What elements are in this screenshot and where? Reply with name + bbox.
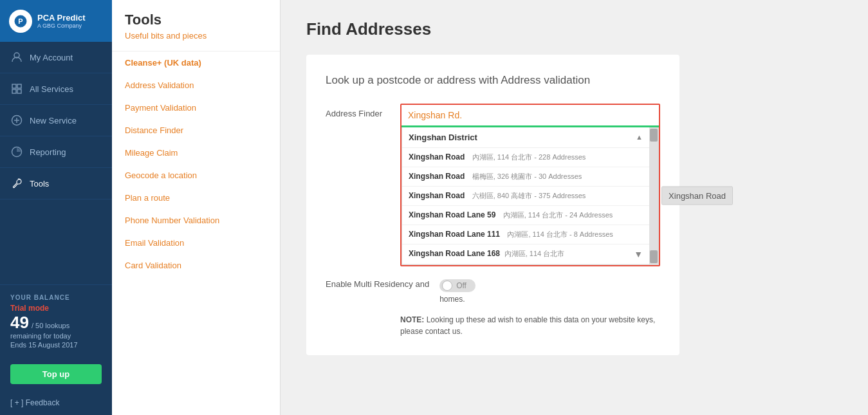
dropdown-item-0-light: 內湖區, 114 台北市 - 228 Addresses: [472, 152, 586, 162]
panel-link-plan-route[interactable]: Plan a route: [112, 187, 280, 209]
panel-link-cleanse[interactable]: Cleanse+ (UK data): [112, 51, 280, 74]
dropdown-item-0-bold: Xingshan Road: [409, 152, 465, 161]
logo-icon: P: [9, 10, 32, 33]
dropdown-item-5-light: 內湖區, 114 台北市: [504, 250, 565, 257]
balance-info-remaining: remaining for today: [10, 332, 102, 340]
panel-link-email-validation[interactable]: Email Validation: [112, 232, 280, 254]
card-heading: Look up a postcode or address with Addre…: [326, 73, 660, 88]
logo-area: P PCA Predict A GBG Company: [0, 0, 112, 42]
chart-icon: [10, 145, 23, 158]
trial-mode-label: Trial mode: [10, 304, 102, 313]
panel-link-card-validation[interactable]: Card Validation: [112, 254, 280, 277]
scroll-thumb-top: [650, 129, 658, 142]
dropdown-item-3-bold: Xingshan Road Lane 59: [409, 210, 495, 219]
dropdown-item-4-bold: Xingshan Road Lane 111: [409, 230, 500, 239]
scroll-down-arrow[interactable]: ▼: [634, 249, 643, 259]
panel-link-geocode[interactable]: Geocode a location: [112, 164, 280, 187]
multi-residency-text: Enable Multi Residency and: [326, 279, 429, 289]
note-content: Looking up these ad wish to enable this …: [400, 315, 655, 336]
toggle-off-button[interactable]: Off: [439, 279, 476, 292]
main-content: Find Addresses Look up a postcode or add…: [281, 0, 868, 415]
note-prefix: NOTE:: [400, 315, 424, 324]
panel-subtitle: Useful bits and pieces: [112, 31, 280, 51]
toggle-circle: [442, 281, 452, 291]
address-finder-container: Xingshan District ▲ Xingshan Road 內湖區, 1…: [400, 104, 660, 266]
topup-button[interactable]: Top up: [10, 364, 102, 384]
address-input[interactable]: [402, 105, 659, 127]
dropdown-header-text: Xingshan District: [409, 133, 477, 142]
dropdown-item-1-light: 楊梅區, 326 桃園市 - 30 Addresses: [472, 172, 582, 181]
tooltip-box: Xingshan Road: [661, 187, 733, 205]
svg-rect-3: [12, 84, 16, 88]
nav-item-account[interactable]: My Account: [0, 42, 112, 73]
nav-item-all-services[interactable]: All Services: [0, 73, 112, 105]
dropdown-item-3[interactable]: Xingshan Road Lane 59 內湖區, 114 台北市 - 24 …: [402, 206, 649, 225]
homes-text: homes.: [439, 295, 476, 304]
person-icon: [10, 51, 23, 64]
balance-title: YOUR BALANCE: [10, 294, 102, 301]
tools-side-panel: Tools Useful bits and pieces Cleanse+ (U…: [112, 0, 281, 415]
panel-link-payment-validation[interactable]: Payment Validation: [112, 97, 280, 119]
nav-label-tools: Tools: [30, 179, 49, 189]
balance-info-lookups: / 50 lookups: [32, 322, 69, 329]
note-text: NOTE: Looking up these ad wish to enable…: [400, 314, 660, 337]
multi-residency-row: Enable Multi Residency and Off homes.: [326, 279, 660, 304]
address-finder-label: Address Finder: [326, 104, 390, 118]
svg-rect-4: [17, 84, 21, 88]
nav-label-new-service: New Service: [30, 116, 77, 125]
page-title: Find Addresses: [306, 19, 842, 39]
nav-label-reporting: Reporting: [30, 147, 66, 157]
balance-count: 49: [10, 314, 29, 331]
dropdown-item-4-light: 內湖區, 114 台北市 - 8 Addresses: [507, 230, 613, 239]
dropdown-item-0[interactable]: Xingshan Road 內湖區, 114 台北市 - 228 Address…: [402, 148, 649, 167]
dropdown-item-4[interactable]: Xingshan Road Lane 111 內湖區, 114 台北市 - 8 …: [402, 225, 649, 244]
multi-residency-label: Enable Multi Residency and: [326, 279, 429, 289]
grid-icon: [10, 82, 23, 95]
balance-info-ends: Ends 15 August 2017: [10, 341, 102, 349]
dropdown-item-5-bold: Xingshan Road Lane 168: [409, 249, 500, 258]
nav-item-new-service[interactable]: New Service: [0, 105, 112, 136]
panel-link-distance-finder[interactable]: Distance Finder: [112, 119, 280, 142]
balance-section: YOUR BALANCE Trial mode 49 / 50 lookups …: [0, 284, 112, 358]
nav-label-account: My Account: [30, 53, 73, 62]
left-navigation: P PCA Predict A GBG Company My Account A…: [0, 0, 112, 415]
scroll-thumb-bottom: [650, 250, 658, 263]
dropdown-header: Xingshan District ▲: [402, 127, 649, 148]
address-finder-row: Address Finder Xingshan District ▲ Xings…: [326, 104, 660, 266]
feedback-link[interactable]: [ + ] Feedback: [0, 391, 112, 415]
panel-link-phone-validation[interactable]: Phone Number Validation: [112, 209, 280, 232]
nav-label-all-services: All Services: [30, 84, 73, 94]
dropdown-item-5[interactable]: Xingshan Road Lane 168 內湖區, 114 台北市 ▼: [402, 244, 649, 264]
nav-item-tools[interactable]: Tools: [0, 168, 112, 199]
dropdown-item-1-bold: Xingshan Road: [409, 172, 465, 181]
scrollbar[interactable]: [649, 127, 658, 264]
dropdown-item-2[interactable]: Xingshan Road 六樹區, 840 高雄市 - 375 Address…: [402, 187, 649, 206]
panel-link-address-validation[interactable]: Address Validation: [112, 74, 280, 97]
svg-rect-6: [17, 89, 21, 93]
logo-text: PCA Predict A GBG Company: [37, 13, 86, 30]
address-input-wrapper: Xingshan District ▲ Xingshan Road 內湖區, 1…: [400, 104, 660, 266]
dropdown-item-3-light: 內湖區, 114 台北市 - 24 Addresses: [503, 210, 613, 220]
dropdown-item-2-bold: Xingshan Road: [409, 191, 465, 200]
dropdown-item-2-light: 六樹區, 840 高雄市 - 375 Addresses: [472, 191, 586, 201]
wrench-icon: [10, 177, 23, 190]
dropdown-list: Xingshan District ▲ Xingshan Road 內湖區, 1…: [402, 127, 659, 265]
svg-text:P: P: [18, 17, 23, 25]
plus-circle-icon: [10, 114, 23, 127]
toggle-label: Off: [456, 281, 466, 290]
panel-title: Tools: [112, 0, 280, 31]
scroll-up-arrow[interactable]: ▲: [636, 133, 643, 141]
nav-item-reporting[interactable]: Reporting: [0, 136, 112, 168]
panel-link-mileage-claim[interactable]: Mileage Claim: [112, 142, 280, 164]
tool-card: Look up a postcode or address with Addre…: [306, 55, 679, 355]
dropdown-item-1[interactable]: Xingshan Road 楊梅區, 326 桃園市 - 30 Addresse…: [402, 167, 649, 187]
svg-rect-5: [12, 89, 16, 93]
